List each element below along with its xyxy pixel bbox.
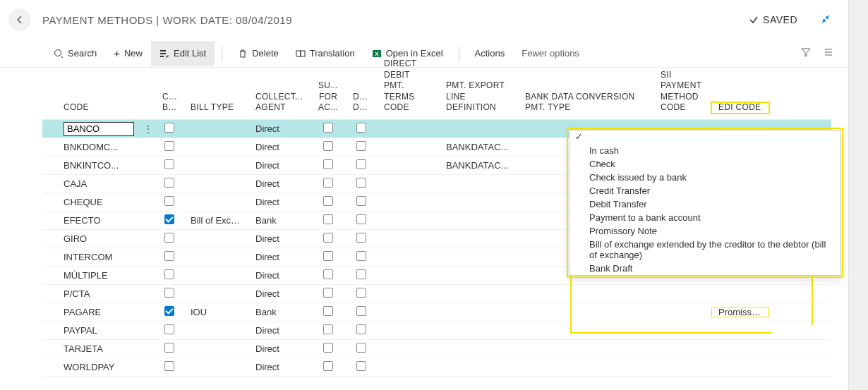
su-for-ac-checkbox[interactable] bbox=[323, 324, 333, 334]
dropdown-option[interactable]: Credit Transfer bbox=[569, 184, 840, 197]
cell-code[interactable]: CAJA bbox=[56, 178, 141, 189]
cr-bil-checkbox[interactable] bbox=[164, 343, 174, 353]
dir-de-checkbox[interactable] bbox=[356, 178, 366, 188]
cr-bil-checkbox[interactable] bbox=[164, 361, 174, 371]
list-view-button[interactable] bbox=[817, 47, 840, 60]
table-row[interactable]: PAYPALDirect bbox=[42, 322, 831, 340]
dir-de-checkbox[interactable] bbox=[356, 141, 366, 151]
cell-collect-agent[interactable]: Direct bbox=[248, 178, 311, 189]
actions-button[interactable]: Actions bbox=[466, 41, 514, 66]
su-for-ac-checkbox[interactable] bbox=[323, 214, 333, 224]
cell-collect-agent[interactable]: Direct bbox=[248, 343, 311, 354]
dropdown-option[interactable] bbox=[569, 130, 840, 144]
cell-code[interactable]: EFECTO bbox=[56, 215, 141, 226]
cr-bil-checkbox[interactable] bbox=[164, 178, 174, 188]
su-for-ac-checkbox[interactable] bbox=[323, 141, 333, 151]
col-dd-pmt[interactable]: DIRECT DEBIT PMT. TERMS CODE bbox=[377, 59, 439, 114]
cell-code[interactable]: P/CTA bbox=[56, 288, 141, 299]
cr-bil-checkbox[interactable] bbox=[164, 306, 174, 316]
dropdown-option[interactable]: Promissory Note bbox=[569, 224, 840, 238]
su-for-ac-checkbox[interactable] bbox=[323, 178, 333, 188]
dir-de-checkbox[interactable] bbox=[356, 233, 366, 243]
cell-pmt-export[interactable]: BANKDATAC... bbox=[439, 160, 518, 171]
su-for-ac-checkbox[interactable] bbox=[323, 361, 333, 371]
su-for-ac-checkbox[interactable] bbox=[323, 123, 333, 133]
edi-code-dropdown[interactable]: In cashCheckCheck issued by a bankCredit… bbox=[569, 130, 841, 276]
dir-de-checkbox[interactable] bbox=[356, 288, 366, 298]
row-options-button[interactable]: ⋮ bbox=[143, 123, 153, 135]
col-su-for-ac[interactable]: SU... FOR AC... bbox=[311, 80, 346, 114]
table-row[interactable]: TARJETADirect bbox=[42, 340, 831, 358]
cr-bil-checkbox[interactable] bbox=[164, 288, 174, 298]
su-for-ac-checkbox[interactable] bbox=[323, 159, 333, 169]
dir-de-checkbox[interactable] bbox=[356, 324, 366, 334]
cell-collect-agent[interactable]: Direct bbox=[248, 325, 311, 336]
col-cr-bil[interactable]: CR... BIL... bbox=[155, 92, 183, 114]
cell-bill-type[interactable]: IOU bbox=[183, 307, 248, 317]
dropdown-option[interactable]: Check issued by a bank bbox=[569, 171, 840, 184]
cell-code[interactable]: INTERCOM bbox=[56, 252, 141, 262]
su-for-ac-checkbox[interactable] bbox=[323, 196, 333, 206]
table-row[interactable]: P/CTADirect bbox=[42, 285, 831, 303]
cr-bil-checkbox[interactable] bbox=[164, 233, 174, 243]
cell-code[interactable]: BNKINTCO... bbox=[56, 160, 141, 171]
dropdown-option[interactable]: Bill of exchange extended by the credito… bbox=[569, 238, 840, 262]
col-bdc-pmt[interactable]: BANK DATA CONVERSION PMT. TYPE bbox=[518, 92, 653, 114]
col-code[interactable]: CODE bbox=[56, 102, 141, 114]
dir-de-checkbox[interactable] bbox=[356, 306, 366, 316]
back-button[interactable] bbox=[8, 8, 31, 31]
dir-de-checkbox[interactable] bbox=[356, 214, 366, 224]
su-for-ac-checkbox[interactable] bbox=[323, 269, 333, 279]
cell-collect-agent[interactable]: Direct bbox=[248, 160, 311, 171]
dir-de-checkbox[interactable] bbox=[356, 361, 366, 371]
dropdown-option[interactable]: Payment to a bank account bbox=[569, 211, 840, 224]
collapse-button[interactable] bbox=[820, 13, 831, 27]
dir-de-checkbox[interactable] bbox=[356, 251, 366, 261]
cr-bil-checkbox[interactable] bbox=[164, 141, 174, 151]
code-input[interactable] bbox=[64, 122, 134, 136]
su-for-ac-checkbox[interactable] bbox=[323, 251, 333, 261]
edit-list-button[interactable]: Edit List bbox=[151, 41, 215, 66]
fewer-options-button[interactable]: Fewer options bbox=[513, 41, 588, 66]
cell-code[interactable]: GIRO bbox=[56, 233, 141, 244]
su-for-ac-checkbox[interactable] bbox=[323, 306, 333, 316]
cell-pmt-export[interactable]: BANKDATAC... bbox=[439, 142, 518, 152]
col-dir-de[interactable]: DIR... DE... bbox=[346, 92, 377, 114]
dir-de-checkbox[interactable] bbox=[356, 196, 366, 206]
su-for-ac-checkbox[interactable] bbox=[323, 343, 333, 353]
filter-button[interactable] bbox=[795, 47, 817, 60]
table-row[interactable]: WORLDPAYDirect bbox=[42, 358, 831, 377]
cell-code[interactable] bbox=[56, 122, 141, 136]
dropdown-option[interactable]: In cash bbox=[569, 144, 840, 157]
dropdown-option[interactable]: Bank Draft bbox=[569, 262, 840, 275]
cr-bil-checkbox[interactable] bbox=[164, 269, 174, 279]
cr-bil-checkbox[interactable] bbox=[164, 123, 174, 133]
cell-bill-type[interactable]: Bill of Excha... bbox=[183, 215, 248, 226]
cell-code[interactable]: CHEQUE bbox=[56, 197, 141, 207]
cr-bil-checkbox[interactable] bbox=[164, 196, 174, 206]
cell-code[interactable]: WORLDPAY bbox=[56, 362, 141, 372]
cell-collect-agent[interactable]: Direct bbox=[248, 288, 311, 299]
cr-bil-checkbox[interactable] bbox=[164, 324, 174, 334]
su-for-ac-checkbox[interactable] bbox=[323, 288, 333, 298]
page-scrollbar[interactable] bbox=[848, 0, 868, 390]
delete-button[interactable]: Delete bbox=[229, 41, 287, 66]
dir-de-checkbox[interactable] bbox=[356, 343, 366, 353]
cell-code[interactable]: BNKDOMC... bbox=[56, 142, 141, 152]
cell-code[interactable]: PAGARE bbox=[56, 307, 141, 317]
cell-collect-agent[interactable]: Direct bbox=[248, 142, 311, 152]
cell-collect-agent[interactable]: Bank bbox=[248, 307, 311, 317]
col-pmt-export[interactable]: PMT. EXPORT LINE DEFINITION bbox=[439, 80, 518, 114]
cell-code[interactable]: TARJETA bbox=[56, 343, 141, 354]
cell-code[interactable]: MÚLTIPLE bbox=[56, 270, 141, 281]
cell-collect-agent[interactable]: Direct bbox=[248, 123, 311, 134]
col-bill-type[interactable]: BILL TYPE bbox=[183, 102, 248, 114]
cell-collect-agent[interactable]: Direct bbox=[248, 197, 311, 207]
cell-collect-agent[interactable]: Direct bbox=[248, 233, 311, 244]
dropdown-option[interactable]: Debit Transfer bbox=[569, 197, 840, 211]
dir-de-checkbox[interactable] bbox=[356, 159, 366, 169]
table-row[interactable]: PAGAREIOUBankPromissory bbox=[42, 303, 831, 322]
translation-button[interactable]: Translation bbox=[287, 41, 363, 66]
cell-collect-agent[interactable]: Direct bbox=[248, 252, 311, 262]
new-button[interactable]: + New bbox=[105, 41, 151, 66]
